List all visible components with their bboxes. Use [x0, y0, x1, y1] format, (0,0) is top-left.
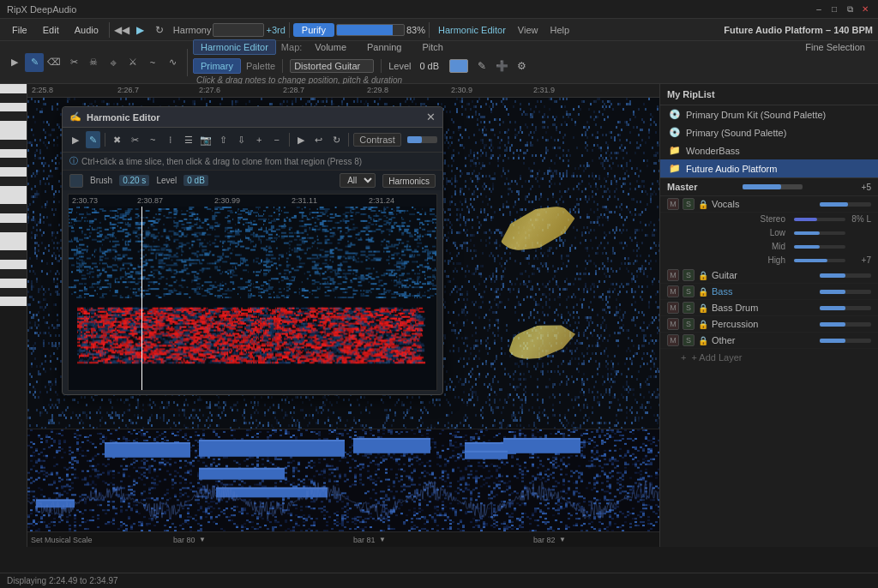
bass-mute[interactable]: M [667, 285, 679, 297]
he-tool-up[interactable]: ⇧ [216, 131, 232, 148]
perc-fader[interactable] [820, 322, 871, 327]
color-swatch[interactable] [449, 59, 468, 73]
guitar-mute[interactable]: M [667, 269, 679, 281]
add-icon[interactable]: ➕ [493, 57, 510, 75]
he-tool-list[interactable]: ☰ [181, 131, 196, 148]
he-tool-camera[interactable]: 📷 [198, 131, 213, 148]
tab-harmonic-editor[interactable]: Harmonic Editor [193, 39, 276, 55]
menu-edit[interactable]: Edit [36, 23, 66, 37]
view-menu-btn[interactable]: View [513, 23, 544, 37]
bass-fader[interactable] [820, 290, 871, 294]
tool-brush[interactable]: ✎ [25, 53, 44, 72]
waveform-canvas [27, 429, 659, 531]
he-canvas[interactable]: 2:30.73 2:30.87 2:30.99 2:31.11 2:31.24 [68, 194, 437, 391]
he-tool-minus[interactable]: − [269, 131, 285, 148]
he-sep1 [105, 133, 105, 147]
riplist-item-0[interactable]: 💿 Primary Drum Kit (Sound Palette) [660, 105, 878, 123]
he-play-btn[interactable]: ▶ [293, 131, 309, 148]
tool-eraser[interactable]: ⌫ [45, 53, 63, 72]
mid-fader[interactable] [794, 245, 845, 249]
he-tool-eq[interactable]: ⁞ [163, 131, 178, 148]
other-solo[interactable]: S [683, 334, 695, 346]
close-button[interactable]: ✕ [859, 3, 871, 15]
vocals-mute[interactable]: M [667, 198, 679, 210]
purify-button[interactable]: Purify [293, 23, 334, 37]
guitar-fader[interactable] [820, 273, 871, 278]
restore-button[interactable]: ⧉ [844, 3, 856, 15]
tool-scissors[interactable]: ✂ [64, 53, 83, 72]
play-button[interactable]: ▶ [132, 21, 149, 39]
bassdrum-mute[interactable]: M [667, 302, 679, 314]
he-tool-plus[interactable]: + [251, 131, 267, 148]
maximize-button[interactable]: □ [828, 3, 840, 15]
other-fader[interactable] [820, 339, 871, 343]
riplist-item-2[interactable]: 📁 WonderBass [660, 141, 878, 159]
bass-lock: 🔒 [698, 287, 708, 297]
pencil-icon[interactable]: ✎ [473, 57, 490, 75]
stereo-val: 8% L [851, 214, 871, 224]
riplist-item-1[interactable]: 💿 Primary (Sound Palette) [660, 123, 878, 141]
tool-pan[interactable]: ☠ [84, 53, 103, 72]
he-tool-split[interactable]: ✂ [128, 131, 143, 148]
tool-lasso[interactable]: ⎆ [104, 53, 123, 72]
scale-label[interactable]: Set Musical Scale [27, 536, 93, 544]
tool-freq[interactable]: ∿ [163, 53, 182, 72]
tab-panning[interactable]: Panning [359, 39, 409, 55]
low-fader[interactable] [794, 231, 845, 235]
contrast-button[interactable]: Contrast [353, 133, 401, 147]
progress-label: 83% [406, 25, 425, 35]
he-refresh-btn[interactable]: ↻ [329, 131, 345, 148]
he-all-dropdown[interactable]: All [340, 173, 376, 188]
riplist-items: 💿 Primary Drum Kit (Sound Palette) 💿 Pri… [660, 105, 878, 177]
contrast-slider[interactable] [407, 136, 437, 143]
tool-select[interactable]: ▶ [5, 53, 24, 72]
he-undo-btn[interactable]: ↩ [311, 131, 327, 148]
tool-magnet[interactable]: ⚔ [123, 53, 142, 72]
riplist-header: My RipList [660, 84, 878, 105]
bass-solo[interactable]: S [683, 285, 695, 297]
high-fader[interactable] [794, 259, 845, 262]
he-tool-brush[interactable]: ✎ [86, 131, 101, 148]
bassdrum-fader[interactable] [820, 306, 871, 310]
he-tool-select[interactable]: ▶ [68, 131, 83, 148]
settings-icon[interactable]: ⚙ [513, 57, 530, 75]
other-mute[interactable]: M [667, 334, 679, 346]
stereo-fader[interactable] [794, 218, 845, 221]
fine-selection-btn[interactable]: Fine Selection [797, 39, 873, 55]
he-level-value[interactable]: 0 dB [183, 175, 208, 186]
he-tool-cut[interactable]: ✖ [110, 131, 125, 148]
skip-back-button[interactable]: ◀◀ [113, 21, 130, 39]
toolbar-sep2 [282, 59, 283, 73]
toolbar-sep1 [187, 49, 188, 76]
he-titlebar: ✍ Harmonic Editor ✕ [63, 107, 442, 128]
third-label: +3rd [266, 25, 285, 35]
bassdrum-solo[interactable]: S [683, 302, 695, 314]
vocals-fader[interactable] [820, 202, 871, 207]
minimize-button[interactable]: – [813, 3, 825, 15]
help-menu-btn[interactable]: Help [544, 23, 574, 37]
he-tool-down[interactable]: ⇩ [234, 131, 250, 148]
vocals-solo[interactable]: S [683, 198, 695, 210]
he-tool-fade[interactable]: ~ [145, 131, 160, 148]
riplist-item-3[interactable]: 📁 Future Audio Platform [660, 159, 878, 177]
tool-wave[interactable]: ~ [143, 53, 162, 72]
perc-solo[interactable]: S [683, 318, 695, 330]
menu-file[interactable]: File [5, 23, 34, 37]
guitar-solo[interactable]: S [683, 269, 695, 281]
loop-button[interactable]: ↻ [151, 21, 168, 39]
brush-label: Brush [90, 176, 112, 185]
disc-icon-0: 💿 [669, 109, 681, 120]
he-close-button[interactable]: ✕ [426, 111, 436, 123]
tab-volume[interactable]: Volume [307, 39, 354, 55]
primary-palette-btn[interactable]: Primary [193, 58, 241, 74]
tab-pitch[interactable]: Pitch [414, 39, 450, 55]
sound-dropdown[interactable]: Distorted Guitar [290, 59, 374, 73]
master-fader[interactable] [743, 184, 803, 189]
brush-value[interactable]: 0.20 s [119, 175, 149, 186]
harmony-input[interactable] [213, 23, 264, 37]
he-spectrogram-canvas [69, 207, 436, 390]
perc-mute[interactable]: M [667, 318, 679, 330]
menu-audio[interactable]: Audio [68, 23, 105, 37]
add-layer-btn[interactable]: + + Add Layer [660, 349, 878, 366]
harmonic-editor-menu-btn[interactable]: Harmonic Editor [433, 23, 511, 37]
